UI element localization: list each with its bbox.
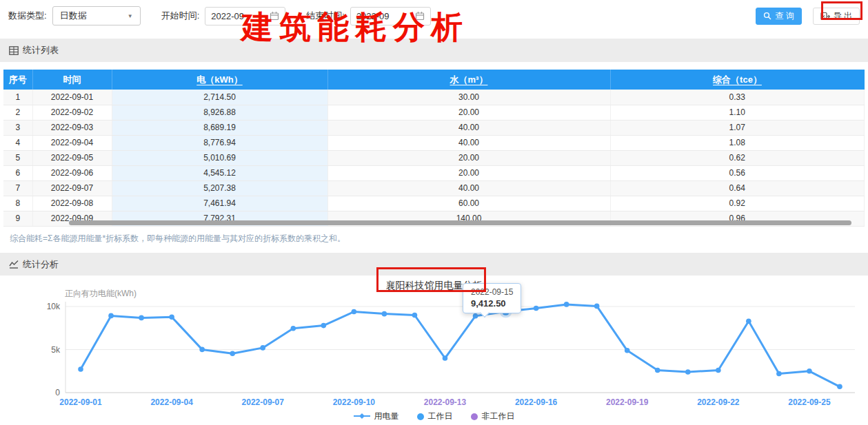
statistics-table: 序号时间电（kWh）水（m³）综合（tce） 12022-09-012,714.…	[3, 70, 865, 227]
table-cell: 2	[3, 105, 32, 120]
table-cell: 1	[3, 90, 32, 105]
chart-point[interactable]	[746, 318, 751, 324]
chart-point[interactable]	[199, 347, 205, 353]
table-cell: 2,714.50	[112, 90, 327, 105]
column-header-label: 电（kWh）	[196, 74, 242, 85]
x-tick-label: 2022-09-13	[424, 397, 467, 407]
table-header-row: 序号时间电（kWh）水（m³）综合（tce）	[3, 70, 865, 90]
table-cell: 9	[3, 211, 32, 226]
table-cell: 8,689.19	[112, 120, 327, 135]
table-cell: 8,776.94	[112, 135, 327, 150]
table-cell: 40.00	[327, 135, 610, 150]
table-cell: 2022-09-03	[32, 120, 112, 135]
chart-point[interactable]	[352, 309, 357, 315]
chart-point[interactable]	[564, 302, 569, 307]
chart-point[interactable]	[169, 314, 174, 320]
chart-point[interactable]	[625, 348, 630, 353]
table-row: 42022-09-048,776.9440.001.08	[3, 135, 865, 150]
chart-point[interactable]	[290, 326, 296, 331]
column-header[interactable]: 水（m³）	[327, 70, 610, 90]
table-cell: 2022-09-08	[32, 196, 112, 211]
legend-item[interactable]: 非工作日	[471, 411, 515, 422]
legend-item[interactable]: 用电量	[354, 411, 399, 422]
table-cell: 40.00	[327, 180, 610, 196]
table-grid-icon	[9, 46, 19, 55]
column-header[interactable]: 电（kWh）	[112, 70, 327, 90]
chart-point[interactable]	[78, 366, 83, 372]
chart-point[interactable]	[534, 306, 539, 311]
chart-section-title: 统计分析	[23, 258, 59, 271]
table-cell: 2022-09-02	[32, 105, 112, 120]
chart-point[interactable]	[594, 304, 600, 309]
x-tick-label: 2022-09-25	[788, 397, 831, 407]
table-cell: 20.00	[327, 165, 610, 180]
chart-point[interactable]	[108, 313, 114, 319]
table-cell: 0.62	[610, 150, 865, 165]
chart-point[interactable]	[837, 384, 842, 389]
column-header: 序号	[3, 70, 32, 90]
table-cell: 30.00	[327, 90, 610, 105]
building-energy-page: 数据类型: 日数据 ▼ 开始时间: 2022-09 结束时间: 2022-09 …	[0, 0, 868, 425]
statistics-table-wrap: 序号时间电（kWh）水（m³）综合（tce） 12022-09-012,714.…	[3, 70, 865, 227]
export-button[interactable]: 导 出	[813, 8, 860, 25]
legend-item[interactable]: 工作日	[417, 411, 453, 422]
column-header-label: 水（m³）	[450, 74, 488, 85]
table-row: 22022-09-028,926.8820.001.10	[3, 105, 865, 120]
table-cell: 0.33	[610, 90, 865, 105]
chart-point[interactable]	[655, 368, 660, 373]
table-cell: 0.64	[610, 180, 865, 196]
chart-point[interactable]	[716, 368, 721, 373]
chart-point[interactable]	[321, 323, 327, 329]
table-cell: 40.00	[327, 120, 610, 135]
table-cell: 5,207.38	[112, 180, 327, 196]
x-tick-label: 2022-09-22	[697, 397, 740, 407]
line-chart-canvas[interactable]: 05k10k正向有功电能(kWh)2022-09-012022-09-04202…	[0, 285, 868, 413]
chart-point[interactable]	[382, 311, 387, 317]
table-cell: 20.00	[327, 150, 610, 165]
chart-point[interactable]	[230, 351, 235, 356]
table-cell: 4,545.12	[112, 165, 327, 180]
table-cell: 4	[3, 135, 32, 150]
table-section-title: 统计列表	[23, 44, 59, 56]
table-cell: 20.00	[327, 105, 610, 120]
chart-line[interactable]	[81, 304, 840, 386]
chart-point[interactable]	[412, 313, 418, 318]
chart-point[interactable]	[443, 355, 448, 361]
table-cell: 2022-09-06	[32, 165, 112, 180]
table-cell: 0.56	[610, 165, 865, 180]
chart-point[interactable]	[260, 345, 265, 351]
data-type-select[interactable]: 日数据 ▼	[52, 6, 141, 25]
table-cell: 5	[3, 150, 32, 165]
chart-section-header: 统计分析	[0, 253, 868, 276]
table-cell: 60.00	[327, 196, 610, 211]
chart-point[interactable]	[473, 313, 478, 319]
chart-area: 襄阳科技馆用电量分析 2022-09-15 9,412.50 05k10k正向有…	[0, 276, 868, 425]
chart-point[interactable]	[139, 315, 144, 321]
table-cell: 2022-09-07	[32, 180, 112, 196]
query-button[interactable]: 查 询	[756, 8, 801, 25]
chart-point[interactable]	[685, 369, 691, 375]
table-cell: 1.08	[610, 135, 865, 150]
table-cell: 0.92	[610, 196, 865, 211]
annotation-big-title: 建筑能耗分析	[241, 11, 469, 43]
horizontal-scrollbar[interactable]	[69, 220, 851, 225]
y-tick-label: 10k	[47, 302, 61, 311]
table-cell: 1.10	[610, 105, 865, 120]
export-button-label: 导 出	[834, 10, 852, 22]
table-cell: 8	[3, 196, 32, 211]
y-tick-label: 0	[55, 388, 60, 397]
table-cell: 5,010.69	[112, 150, 327, 165]
table-row: 62022-09-064,545.1220.000.56	[3, 165, 865, 180]
table-cell: 2022-09-04	[32, 135, 112, 150]
legend-label: 工作日	[428, 411, 453, 422]
x-tick-label: 2022-09-04	[150, 397, 193, 407]
chart-point[interactable]	[776, 371, 782, 377]
table-row: 72022-09-075,207.3840.000.64	[3, 180, 865, 196]
column-header[interactable]: 综合（tce）	[610, 70, 865, 90]
data-type-label: 数据类型:	[8, 10, 47, 22]
chart-point[interactable]	[807, 369, 812, 374]
line-chart-icon	[9, 260, 19, 269]
column-header-label: 序号	[9, 74, 27, 85]
export-file-icon	[820, 12, 830, 21]
table-row: 32022-09-038,689.1940.001.07	[3, 120, 865, 135]
